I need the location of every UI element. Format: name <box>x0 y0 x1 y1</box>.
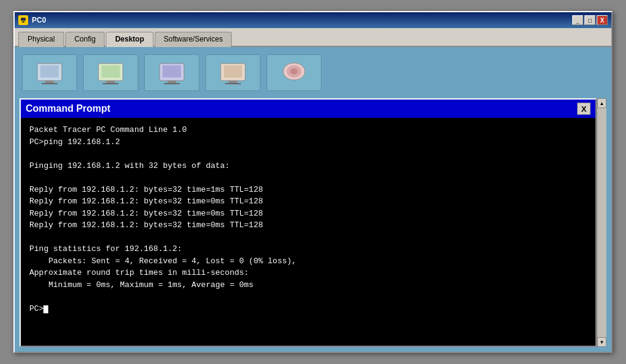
svg-rect-2 <box>22 21 24 23</box>
scroll-down-button[interactable]: ▼ <box>597 337 606 347</box>
svg-rect-12 <box>163 65 181 78</box>
scroll-track[interactable] <box>597 108 606 337</box>
svg-rect-1 <box>21 18 26 21</box>
svg-rect-16 <box>224 65 242 78</box>
desktop-icons-bar <box>20 52 606 93</box>
scrollbar[interactable]: ▲ ▼ <box>597 98 606 347</box>
desktop-icon-3[interactable] <box>144 54 199 91</box>
minimize-button[interactable]: _ <box>572 15 583 25</box>
tab-bar: Physical Config Desktop Software/Service… <box>15 28 611 47</box>
cursor <box>43 305 48 313</box>
scroll-up-button[interactable]: ▲ <box>597 98 606 108</box>
window-controls: _ □ X <box>572 15 608 25</box>
command-prompt-area: Command Prompt X Packet Tracer PC Comman… <box>20 98 606 347</box>
svg-rect-18 <box>225 83 241 84</box>
window-icon <box>18 15 28 25</box>
desktop-icon-4[interactable] <box>205 54 260 91</box>
tab-config[interactable]: Config <box>65 32 105 47</box>
command-close-button[interactable]: X <box>577 103 591 115</box>
tab-software-services[interactable]: Software/Services <box>155 32 232 47</box>
tab-desktop[interactable]: Desktop <box>106 32 153 47</box>
svg-rect-6 <box>42 83 57 84</box>
close-button[interactable]: X <box>597 15 608 25</box>
tab-physical[interactable]: Physical <box>18 32 64 47</box>
svg-rect-8 <box>101 65 120 78</box>
desktop-icon-2[interactable] <box>83 54 138 91</box>
command-prompt-title: Command Prompt <box>26 103 111 114</box>
command-output[interactable]: Packet Tracer PC Command Line 1.0 PC>pin… <box>21 118 595 346</box>
main-window: PC0 _ □ X Physical Config Desktop Softwa… <box>13 11 613 353</box>
maximize-button[interactable]: □ <box>584 15 595 25</box>
svg-rect-14 <box>164 83 180 84</box>
desktop-icon-5[interactable] <box>267 54 322 91</box>
svg-rect-17 <box>229 81 237 83</box>
svg-rect-5 <box>45 81 54 83</box>
command-title-bar: Command Prompt X <box>21 100 595 118</box>
svg-rect-10 <box>103 83 119 84</box>
command-window: Command Prompt X Packet Tracer PC Comman… <box>20 98 597 347</box>
desktop-icon-1[interactable] <box>22 54 77 91</box>
window-title: PC0 <box>32 16 572 24</box>
svg-rect-9 <box>106 81 115 83</box>
title-bar: PC0 _ □ X <box>15 12 611 28</box>
svg-rect-13 <box>168 81 176 83</box>
svg-rect-4 <box>40 65 59 78</box>
content-area: Command Prompt X Packet Tracer PC Comman… <box>15 47 611 352</box>
svg-point-21 <box>290 68 298 75</box>
